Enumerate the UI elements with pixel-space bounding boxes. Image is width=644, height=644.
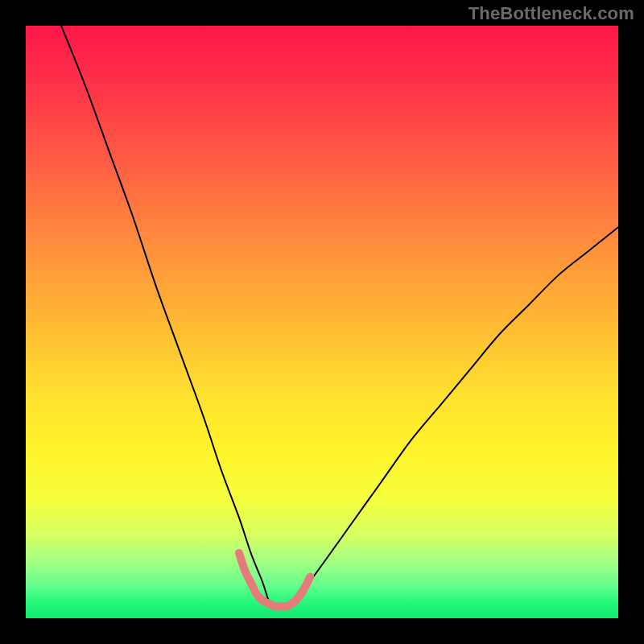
plot-area [26,26,618,618]
curve-layer [26,26,618,618]
highlight-near-minimum [239,553,310,607]
chart-frame: TheBottleneck.com [0,0,644,644]
bottleneck-curve [61,26,618,607]
watermark-text: TheBottleneck.com [469,3,634,24]
